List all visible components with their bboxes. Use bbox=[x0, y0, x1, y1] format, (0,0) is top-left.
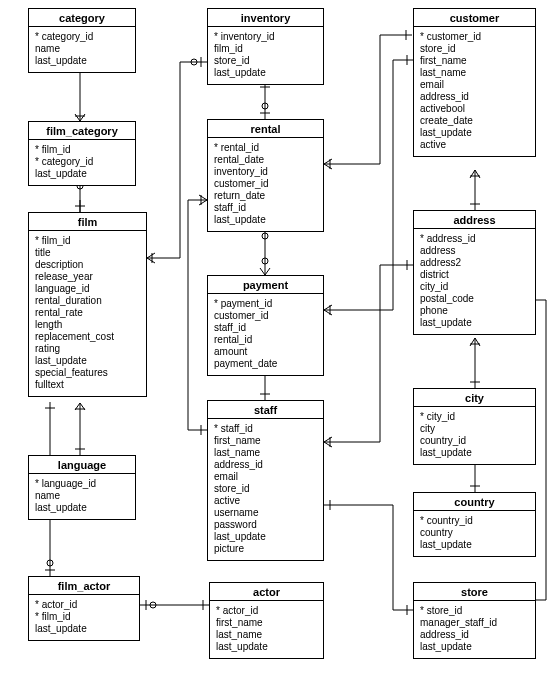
field: last_update bbox=[35, 355, 140, 367]
field: first_name bbox=[214, 435, 317, 447]
field: length bbox=[35, 319, 140, 331]
field: city bbox=[420, 423, 529, 435]
field: * film_id bbox=[35, 235, 140, 247]
entity-fields: * actor_id first_name last_name last_upd… bbox=[210, 601, 323, 658]
entity-fields: * category_id name last_update bbox=[29, 27, 135, 72]
entity-staff: staff * staff_id first_name last_name ad… bbox=[207, 400, 324, 561]
entity-fields: * film_id * category_id last_update bbox=[29, 140, 135, 185]
entity-language: language * language_id name last_update bbox=[28, 455, 136, 520]
field: phone bbox=[420, 305, 529, 317]
field: first_name bbox=[420, 55, 529, 67]
field: replacement_cost bbox=[35, 331, 140, 343]
field: last_update bbox=[420, 447, 529, 459]
field: * store_id bbox=[420, 605, 529, 617]
entity-fields: * payment_id customer_id staff_id rental… bbox=[208, 294, 323, 375]
entity-fields: * address_id address address2 district c… bbox=[414, 229, 535, 334]
field: last_update bbox=[35, 623, 133, 635]
field: staff_id bbox=[214, 322, 317, 334]
field: rental_id bbox=[214, 334, 317, 346]
field: country bbox=[420, 527, 529, 539]
field: store_id bbox=[214, 55, 317, 67]
field: last_name bbox=[216, 629, 317, 641]
entity-title: category bbox=[29, 9, 135, 27]
svg-point-4 bbox=[262, 258, 268, 264]
entity-title: actor bbox=[210, 583, 323, 601]
field: rental_rate bbox=[35, 307, 140, 319]
field: last_name bbox=[420, 67, 529, 79]
field: * city_id bbox=[420, 411, 529, 423]
field: * film_id bbox=[35, 144, 129, 156]
field: picture bbox=[214, 543, 317, 555]
field: * rental_id bbox=[214, 142, 317, 154]
field: last_update bbox=[35, 55, 129, 67]
entity-actor: actor * actor_id first_name last_name la… bbox=[209, 582, 324, 659]
field: city_id bbox=[420, 281, 529, 293]
field: address_id bbox=[420, 91, 529, 103]
field: * payment_id bbox=[214, 298, 317, 310]
field: customer_id bbox=[214, 310, 317, 322]
field: title bbox=[35, 247, 140, 259]
field: country_id bbox=[420, 435, 529, 447]
field: staff_id bbox=[214, 202, 317, 214]
field: * category_id bbox=[35, 156, 129, 168]
field: active bbox=[214, 495, 317, 507]
entity-title: language bbox=[29, 456, 135, 474]
entity-fields: * inventory_id film_id store_id last_upd… bbox=[208, 27, 323, 84]
field: address_id bbox=[214, 459, 317, 471]
field: inventory_id bbox=[214, 166, 317, 178]
field: * category_id bbox=[35, 31, 129, 43]
field: manager_staff_id bbox=[420, 617, 529, 629]
field: rental_duration bbox=[35, 295, 140, 307]
field: amount bbox=[214, 346, 317, 358]
field: fulltext bbox=[35, 379, 140, 391]
entity-country: country * country_id country last_update bbox=[413, 492, 536, 557]
field: * staff_id bbox=[214, 423, 317, 435]
entity-film-category: film_category * film_id * category_id la… bbox=[28, 121, 136, 186]
entity-customer: customer * customer_id store_id first_na… bbox=[413, 8, 536, 157]
entity-city: city * city_id city country_id last_upda… bbox=[413, 388, 536, 465]
er-diagram: .c { stroke:#000; stroke-width:1; fill:n… bbox=[0, 0, 556, 700]
field: email bbox=[420, 79, 529, 91]
field: * customer_id bbox=[420, 31, 529, 43]
field: return_date bbox=[214, 190, 317, 202]
field: rental_date bbox=[214, 154, 317, 166]
entity-fields: * customer_id store_id first_name last_n… bbox=[414, 27, 535, 156]
entity-fields: * actor_id * film_id last_update bbox=[29, 595, 139, 640]
entity-film: film * film_id title description release… bbox=[28, 212, 147, 397]
svg-point-6 bbox=[150, 602, 156, 608]
field: active bbox=[420, 139, 529, 151]
field: activebool bbox=[420, 103, 529, 115]
field: language_id bbox=[35, 283, 140, 295]
field: last_update bbox=[35, 168, 129, 180]
field: last_update bbox=[214, 531, 317, 543]
field: rating bbox=[35, 343, 140, 355]
field: username bbox=[214, 507, 317, 519]
entity-title: address bbox=[414, 211, 535, 229]
entity-title: city bbox=[414, 389, 535, 407]
entity-fields: * rental_id rental_date inventory_id cus… bbox=[208, 138, 323, 231]
field: name bbox=[35, 43, 129, 55]
entity-title: film_category bbox=[29, 122, 135, 140]
field: payment_date bbox=[214, 358, 317, 370]
field: name bbox=[35, 490, 129, 502]
svg-point-5 bbox=[262, 233, 268, 239]
field: email bbox=[214, 471, 317, 483]
field: store_id bbox=[420, 43, 529, 55]
entity-title: payment bbox=[208, 276, 323, 294]
field: last_update bbox=[420, 641, 529, 653]
entity-category: category * category_id name last_update bbox=[28, 8, 136, 73]
entity-title: staff bbox=[208, 401, 323, 419]
field: district bbox=[420, 269, 529, 281]
field: last_update bbox=[214, 67, 317, 79]
svg-point-3 bbox=[262, 103, 268, 109]
field: create_date bbox=[420, 115, 529, 127]
entity-inventory: inventory * inventory_id film_id store_i… bbox=[207, 8, 324, 85]
entity-title: store bbox=[414, 583, 535, 601]
entity-fields: * city_id city country_id last_update bbox=[414, 407, 535, 464]
field: last_update bbox=[420, 539, 529, 551]
field: postal_code bbox=[420, 293, 529, 305]
field: release_year bbox=[35, 271, 140, 283]
entity-title: film bbox=[29, 213, 146, 231]
entity-fields: * film_id title description release_year… bbox=[29, 231, 146, 396]
entity-fields: * store_id manager_staff_id address_id l… bbox=[414, 601, 535, 658]
